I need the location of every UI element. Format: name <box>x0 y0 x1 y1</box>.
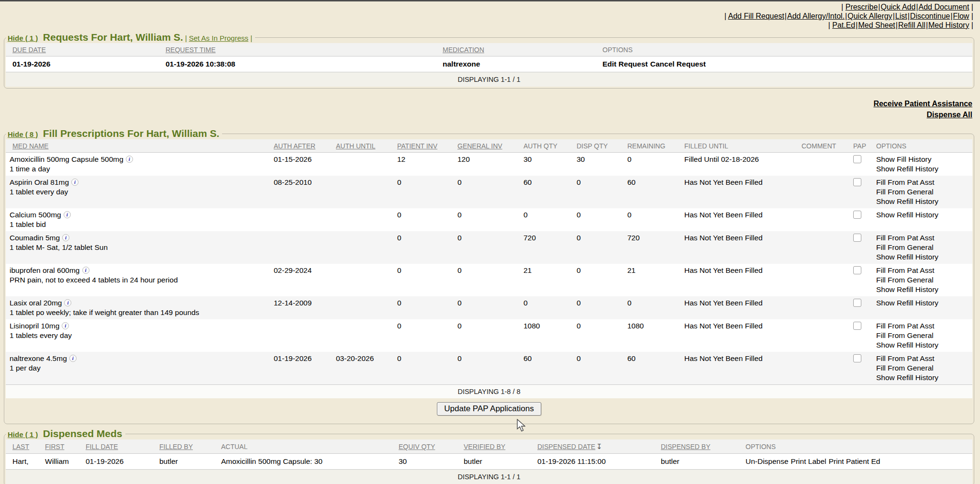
pap-checkbox[interactable] <box>853 178 861 186</box>
nav-link-refill-all[interactable]: Refill All <box>898 21 928 29</box>
auth-until: 03-20-2026 <box>332 352 393 385</box>
option-link[interactable]: Show Fill History <box>876 155 969 164</box>
option-link[interactable]: Show Refill History <box>876 298 969 308</box>
info-icon[interactable]: i <box>126 156 133 163</box>
med-name[interactable]: Lasix oral 20mg <box>10 299 62 307</box>
nav-link-pat-ed[interactable]: Pat.Ed <box>832 21 858 29</box>
filled-until: Has Not Yet Been Filled <box>680 352 798 385</box>
col-patient-inv[interactable]: PATIENT INV <box>397 142 437 150</box>
dispensed-hide-link[interactable]: Hide ( 1 ) <box>8 430 38 439</box>
med-name[interactable]: Aspirin Oral 81mg <box>10 178 69 186</box>
nav-link-quick-allergy[interactable]: Quick Allergy <box>847 12 895 20</box>
option-link[interactable]: Fill From General <box>876 187 969 197</box>
disp-qty: 0 <box>573 319 624 352</box>
patient-inv: 12 <box>393 153 454 176</box>
dispense-all-link[interactable]: Dispense All <box>0 109 972 120</box>
info-icon[interactable]: i <box>64 299 71 306</box>
disp-qty: 0 <box>573 296 624 319</box>
option-link[interactable]: Fill From General <box>876 331 969 340</box>
option-link[interactable]: Show Refill History <box>876 340 969 350</box>
nav-link-flow[interactable]: Flow <box>953 12 969 20</box>
col-disp-qty: DISP QTY <box>573 139 624 153</box>
col-auth-after[interactable]: AUTH AFTER <box>274 142 315 150</box>
col-due-date[interactable]: DUE DATE <box>12 46 46 54</box>
update-pap-applications-button[interactable]: Update PAP Applications <box>437 402 541 416</box>
patient-inv: 0 <box>393 319 454 352</box>
option-link[interactable]: Show Refill History <box>876 285 969 294</box>
col-med-name[interactable]: MED NAME <box>12 142 48 150</box>
option-link[interactable]: Fill From Pat Asst <box>876 178 969 187</box>
option-link[interactable]: Fill From General <box>876 363 969 373</box>
option-link[interactable]: Fill From Pat Asst <box>876 321 969 331</box>
col-dispensed-by[interactable]: DISPENSED BY <box>661 443 710 450</box>
info-icon[interactable]: i <box>82 267 89 274</box>
col-medication[interactable]: MEDICATION <box>443 46 484 54</box>
disp-qty: 0 <box>573 208 624 231</box>
option-link[interactable]: Show Refill History <box>876 252 969 262</box>
info-icon[interactable]: i <box>64 211 71 218</box>
col-equiv-qty[interactable]: EQUIV QTY <box>399 443 435 450</box>
option-link[interactable]: Fill From General <box>876 243 969 252</box>
col-auth-until[interactable]: AUTH UNTIL <box>336 142 375 150</box>
option-link[interactable]: Fill From Pat Asst <box>876 233 969 243</box>
nav-link-med-history[interactable]: Med History <box>928 21 969 29</box>
nav-row-2: Add Fill RequestAdd Allergy/Intol.Quick … <box>0 11 973 21</box>
receive-patient-assistance-link[interactable]: Receive Patient Assistance <box>0 98 972 109</box>
col-last[interactable]: LAST <box>12 443 29 450</box>
set-as-in-progress-link[interactable]: Set As In Progress <box>189 34 248 42</box>
col-general-inv[interactable]: GENERAL INV <box>457 142 502 150</box>
option-link[interactable]: Fill From Pat Asst <box>876 354 969 363</box>
print-patient-ed-link[interactable]: Print Patient Ed <box>829 457 880 465</box>
option-link[interactable]: Show Refill History <box>876 210 969 220</box>
option-link[interactable]: Show Refill History <box>876 373 969 383</box>
col-filled-by[interactable]: FILLED BY <box>159 443 193 450</box>
fill-row: Amoxicillin 500mg Capsule 500mgi1 time a… <box>6 153 972 176</box>
nav-link-add-document[interactable]: Add Document <box>919 3 969 11</box>
pap-checkbox[interactable] <box>853 234 861 242</box>
option-link[interactable]: Fill From General <box>876 275 969 285</box>
pap-checkbox[interactable] <box>853 322 861 330</box>
col-first[interactable]: FIRST <box>45 443 64 450</box>
info-icon[interactable]: i <box>62 322 69 329</box>
patient-inv: 0 <box>393 264 454 296</box>
nav-link-med-sheet[interactable]: Med Sheet <box>858 21 898 29</box>
med-name[interactable]: ibuprofen oral 600mg <box>10 266 80 274</box>
pap-checkbox[interactable] <box>853 266 861 274</box>
med-name[interactable]: Calcium 500mg <box>10 211 61 219</box>
info-icon[interactable]: i <box>71 179 78 186</box>
un-dispense-link[interactable]: Un-Dispense <box>746 457 789 465</box>
remaining: 21 <box>624 264 680 296</box>
col-dispensed-date[interactable]: DISPENSED DATE <box>537 443 595 450</box>
pap-checkbox[interactable] <box>853 299 861 307</box>
col-request-time[interactable]: REQUEST TIME <box>166 46 216 54</box>
option-link[interactable]: Show Refill History <box>876 164 969 174</box>
edit-request-link[interactable]: Edit Request <box>602 60 648 68</box>
disp-qty: 0 <box>573 176 624 208</box>
med-sig: 1 tablet po weekly; take if weight great… <box>10 308 266 317</box>
info-icon[interactable]: i <box>62 234 69 241</box>
nav-link-add-fill-request[interactable]: Add Fill Request <box>728 12 787 20</box>
nav-link-discontinue[interactable]: Discontinue <box>910 12 953 20</box>
info-icon[interactable]: i <box>69 355 77 362</box>
option-link[interactable]: Fill From Pat Asst <box>876 266 969 275</box>
pap-checkbox[interactable] <box>853 354 861 362</box>
general-inv: 0 <box>454 264 520 296</box>
med-name[interactable]: Coumadin 5mg <box>10 234 60 242</box>
filled-until: Has Not Yet Been Filled <box>680 264 798 296</box>
nav-link-quick-add[interactable]: Quick Add <box>880 3 918 11</box>
med-name[interactable]: Amoxicillin 500mg Capsule 500mg <box>10 155 123 163</box>
nav-link-add-allergy-intol[interactable]: Add Allergy/Intol. <box>787 12 847 20</box>
option-link[interactable]: Show Refill History <box>876 197 969 206</box>
med-name[interactable]: naltrexone 4.5mg <box>10 354 67 362</box>
nav-link-prescribe[interactable]: Prescribe <box>846 3 881 11</box>
fill-hide-link[interactable]: Hide ( 8 ) <box>8 130 38 138</box>
col-fill-date[interactable]: FILL DATE <box>86 443 118 450</box>
cancel-request-link[interactable]: Cancel Request <box>650 60 706 68</box>
pap-checkbox[interactable] <box>853 155 861 163</box>
med-name[interactable]: Lisinopril 10mg <box>10 322 59 330</box>
nav-link-list[interactable]: List <box>895 12 910 20</box>
print-label-link[interactable]: Print Label <box>791 457 826 465</box>
requests-hide-link[interactable]: Hide ( 1 ) <box>8 34 38 42</box>
pap-checkbox[interactable] <box>853 211 861 219</box>
col-verified-by[interactable]: VERIFIED BY <box>464 443 505 450</box>
